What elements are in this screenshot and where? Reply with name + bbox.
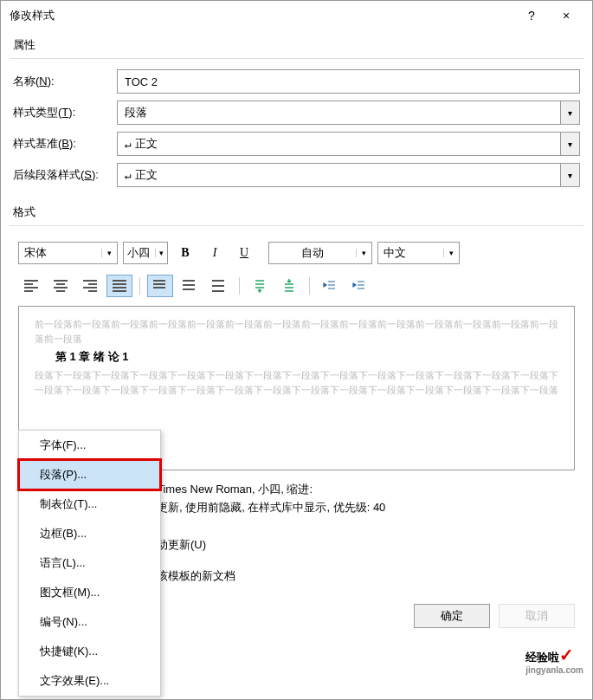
font-size-value: 小四 (124, 245, 155, 261)
space-before-decrease-button[interactable] (276, 275, 302, 297)
align-center-button[interactable] (48, 275, 74, 297)
bold-button[interactable]: B (173, 242, 197, 264)
auto-update-checkbox[interactable]: 动更新(U) (157, 535, 575, 555)
close-button[interactable]: × (549, 9, 583, 23)
chevron-down-icon[interactable]: ▾ (101, 249, 117, 257)
chevron-down-icon[interactable]: ▾ (356, 249, 371, 257)
indent-increase-button[interactable] (346, 275, 372, 297)
new-doc-radio[interactable]: 该模板的新文档 (157, 566, 575, 587)
name-input[interactable] (117, 69, 580, 94)
font-family-value: 宋体 (19, 245, 101, 261)
space-before-increase-button[interactable] (247, 275, 273, 297)
following-style-select[interactable]: ↵正文 (117, 163, 561, 187)
chevron-down-icon[interactable]: ▾ (561, 100, 580, 125)
style-type-select[interactable]: 段落 (117, 100, 561, 125)
indent-decrease-button[interactable] (317, 275, 343, 297)
underline-button[interactable]: U (232, 242, 256, 264)
format-popup-menu: 字体(F)... 段落(P)... 制表位(T)... 边框(B)... 语言(… (18, 430, 161, 697)
paragraph-toolbar (1, 273, 592, 306)
menu-font[interactable]: 字体(F)... (19, 431, 160, 460)
language-value: 中文 (378, 245, 443, 261)
menu-numbering[interactable]: 编号(N)... (19, 607, 160, 637)
properties-section-label: 属性 (1, 30, 592, 56)
line-spacing-1-button[interactable] (147, 275, 173, 297)
following-style-label: 后续段落样式(S): (13, 167, 117, 183)
font-color-select[interactable]: 自动 ▾ (268, 242, 372, 264)
preview-after-text: 段落下一段落下一段落下一段落下一段落下一段落下一段落下一段落下一段落下一段落下一… (35, 368, 558, 397)
divider (10, 225, 583, 226)
chevron-down-icon[interactable]: ▾ (443, 249, 459, 257)
preview-sample-text: 第 1 章 绪 论 1 (35, 346, 558, 368)
chevron-down-icon[interactable]: ▾ (561, 132, 580, 156)
align-left-button[interactable] (18, 275, 44, 297)
check-icon: ✓ (559, 645, 574, 664)
line-spacing-2-button[interactable] (206, 275, 232, 297)
style-type-label: 样式类型(T): (13, 105, 117, 120)
format-section-label: 格式 (1, 198, 592, 224)
based-on-value: 正文 (135, 136, 158, 152)
preview-before-text: 前一段落前一段落前一段落前一段落前一段落前一段落前一段落前一段落前一段落前一段落… (35, 317, 558, 346)
font-family-select[interactable]: 宋体 ▾ (18, 242, 118, 264)
font-color-value: 自动 (269, 245, 356, 261)
menu-tabs[interactable]: 制表位(T)... (19, 489, 160, 519)
divider (10, 58, 583, 59)
based-on-label: 样式基准(B): (13, 136, 117, 152)
line-spacing-15-button[interactable] (177, 275, 203, 297)
separator (139, 277, 140, 295)
language-select[interactable]: 中文 ▾ (377, 242, 460, 264)
menu-border[interactable]: 边框(B)... (19, 519, 160, 548)
menu-frame[interactable]: 图文框(M)... (19, 578, 160, 607)
help-button[interactable]: ? (514, 9, 549, 23)
following-style-value: 正文 (135, 167, 158, 183)
cancel-button[interactable]: 取消 (499, 604, 575, 628)
chevron-down-icon[interactable]: ▾ (561, 163, 580, 187)
align-justify-button[interactable] (106, 275, 132, 297)
menu-shortcut[interactable]: 快捷键(K)... (19, 637, 160, 666)
menu-language[interactable]: 语言(L)... (19, 548, 160, 578)
menu-texteffect[interactable]: 文字效果(E)... (19, 666, 160, 696)
titlebar: 修改样式 ? × (1, 1, 592, 30)
menu-paragraph[interactable]: 段落(P)... (19, 460, 160, 489)
dialog-title: 修改样式 (10, 8, 514, 23)
italic-button[interactable]: I (203, 242, 227, 264)
separator (309, 277, 310, 295)
name-label: 名称(N): (13, 74, 117, 89)
font-size-select[interactable]: 小四 ▾ (123, 242, 168, 264)
watermark: 经验啦✓ jingyanla.com (525, 645, 583, 675)
based-on-select[interactable]: ↵正文 (117, 132, 561, 156)
desc-line-2: 更新, 使用前隐藏, 在样式库中显示, 优先级: 40 (157, 499, 575, 517)
desc-line-1: Times New Roman, 小四, 缩进: (157, 481, 575, 499)
chevron-down-icon[interactable]: ▾ (155, 249, 167, 257)
ok-button[interactable]: 确定 (414, 604, 490, 628)
align-right-button[interactable] (77, 275, 103, 297)
separator (239, 277, 240, 295)
